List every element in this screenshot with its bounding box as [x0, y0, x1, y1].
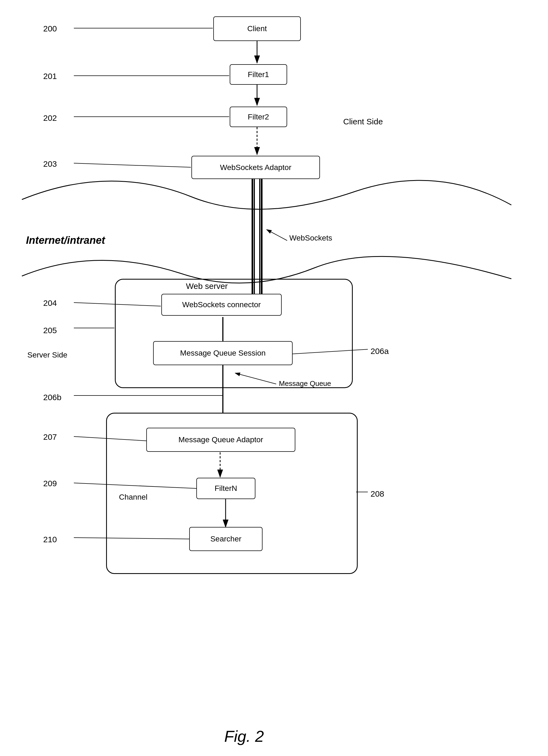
- num-208: 208: [371, 489, 384, 499]
- websockets-adaptor-label: WebSockets Adaptor: [220, 163, 292, 172]
- filter1-box: Filter1: [230, 64, 287, 85]
- message-queue-session-box: Message Queue Session: [153, 341, 293, 365]
- num-201: 201: [43, 72, 57, 81]
- fig-caption: Fig. 2: [224, 727, 264, 745]
- websockets-connector-label: WebSockets connector: [182, 300, 260, 309]
- num-209: 209: [43, 479, 57, 488]
- filterN-label: FilterN: [215, 484, 237, 493]
- diagram-container: Client Filter1 Filter2 WebSockets Adapto…: [0, 0, 548, 756]
- svg-rect-5: [251, 179, 262, 294]
- searcher-box: Searcher: [189, 527, 262, 551]
- svg-line-9: [266, 230, 287, 241]
- num-206b: 207: [43, 432, 57, 442]
- num-202: 202: [43, 113, 57, 123]
- num-204: 205: [43, 326, 57, 335]
- websockets-connector-box: WebSockets connector: [161, 294, 282, 316]
- svg-rect-6: [253, 179, 261, 294]
- filter2-box: Filter2: [230, 107, 287, 127]
- internet-intranet-label: Internet/intranet: [26, 235, 105, 246]
- num-210: 210: [43, 535, 57, 544]
- message-queue-adaptor-box: Message Queue Adaptor: [146, 428, 295, 452]
- web-server-label: Web server: [186, 282, 228, 291]
- client-box: Client: [213, 16, 301, 41]
- num-206a: 206a: [371, 347, 389, 356]
- message-queue-label: Message Queue: [279, 379, 331, 388]
- searcher-label: Searcher: [210, 535, 241, 543]
- server-side-label: Server Side: [27, 351, 67, 359]
- client-label: Client: [247, 24, 267, 33]
- message-queue-adaptor-label: Message Queue Adaptor: [178, 435, 263, 444]
- websockets-adaptor-box: WebSockets Adaptor: [191, 156, 320, 179]
- num-200: 200: [43, 24, 57, 33]
- filter1-label: Filter1: [248, 70, 269, 79]
- num-203: 203: [43, 159, 57, 169]
- num-207: 206b: [43, 393, 61, 402]
- client-side-label: Client Side: [343, 117, 383, 126]
- filter2-label: Filter2: [248, 113, 269, 121]
- svg-line-18: [74, 163, 191, 167]
- filterN-box: FilterN: [196, 478, 255, 499]
- num-205: 204: [43, 298, 57, 308]
- message-queue-session-label: Message Queue Session: [180, 349, 266, 358]
- websockets-label: WebSockets: [289, 234, 332, 242]
- channel-text-label: Channel: [119, 493, 147, 502]
